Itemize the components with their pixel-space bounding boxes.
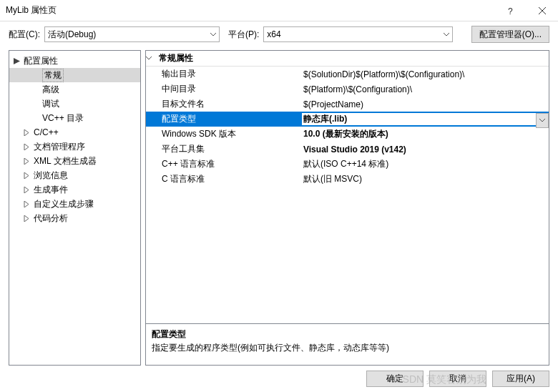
property-row[interactable]: 目标文件名$(ProjectName) bbox=[146, 97, 549, 112]
property-value[interactable]: 10.0 (最新安装的版本) bbox=[302, 128, 549, 140]
expand-icon[interactable] bbox=[24, 201, 32, 207]
main-area: 配置属性 常规高级调试VC++ 目录C/C++文档管理程序XML 文档生成器浏览… bbox=[0, 47, 558, 366]
property-name: Windows SDK 版本 bbox=[146, 128, 302, 140]
expand-icon[interactable] bbox=[24, 172, 32, 179]
property-name: 输出目录 bbox=[146, 68, 302, 80]
tree-root[interactable]: 配置属性 bbox=[9, 54, 140, 68]
config-manager-button[interactable]: 配置管理器(O)... bbox=[471, 26, 549, 43]
platform-label: 平台(P): bbox=[228, 29, 259, 41]
tree-item[interactable]: 自定义生成步骤 bbox=[9, 197, 140, 211]
property-name: 平台工具集 bbox=[146, 143, 302, 155]
config-label: 配置(C): bbox=[9, 29, 40, 41]
expand-icon[interactable] bbox=[24, 144, 32, 150]
property-row[interactable]: 配置类型静态库(.lib) bbox=[146, 112, 549, 127]
collapse-icon[interactable] bbox=[14, 58, 22, 64]
chevron-down-icon bbox=[210, 33, 216, 36]
tree-item[interactable]: 调试 bbox=[9, 97, 140, 111]
config-combo[interactable]: 活动(Debug) bbox=[44, 26, 220, 42]
titlebar: MyLib 属性页 ? bbox=[0, 0, 558, 21]
footer: 确定 取消 应用(A) CSDN 莫笑容别为我 bbox=[0, 366, 558, 391]
property-value[interactable]: $(SolutionDir)$(Platform)\$(Configuratio… bbox=[302, 69, 549, 79]
apply-button[interactable]: 应用(A) bbox=[492, 371, 549, 387]
ok-button[interactable]: 确定 bbox=[366, 371, 424, 387]
tree-item-label: XML 文档生成器 bbox=[34, 155, 97, 167]
property-row[interactable]: C 语言标准默认(旧 MSVC) bbox=[146, 172, 549, 187]
tree-item[interactable]: 文档管理程序 bbox=[9, 139, 140, 154]
tree-item[interactable]: C/C++ bbox=[9, 125, 140, 139]
property-name: C 语言标准 bbox=[146, 173, 302, 185]
description-panel: 配置类型 指定要生成的程序类型(例如可执行文件、静态库，动态库等等) bbox=[146, 323, 549, 365]
property-row[interactable]: C++ 语言标准默认(ISO C++14 标准) bbox=[146, 157, 549, 172]
window-title: MyLib 属性页 bbox=[6, 4, 494, 16]
tree-item[interactable]: 生成事件 bbox=[9, 182, 140, 197]
property-row[interactable]: 输出目录$(SolutionDir)$(Platform)\$(Configur… bbox=[146, 67, 549, 82]
property-grid[interactable]: 常规属性 输出目录$(SolutionDir)$(Platform)\$(Con… bbox=[146, 51, 549, 323]
property-name: 目标文件名 bbox=[146, 98, 302, 110]
tree-item[interactable]: XML 文档生成器 bbox=[9, 154, 140, 168]
svg-text:?: ? bbox=[508, 6, 513, 16]
description-title: 配置类型 bbox=[152, 328, 543, 340]
expand-icon[interactable] bbox=[24, 158, 32, 165]
property-value[interactable]: 静态库(.lib) bbox=[302, 113, 549, 125]
grid-category-header[interactable]: 常规属性 bbox=[146, 51, 549, 67]
tree-item-label: 生成事件 bbox=[34, 184, 68, 196]
property-value[interactable]: 默认(ISO C++14 标准) bbox=[302, 158, 549, 170]
platform-value: x64 bbox=[267, 29, 280, 39]
property-value[interactable]: Visual Studio 2019 (v142) bbox=[302, 144, 549, 155]
property-name: 配置类型 bbox=[146, 113, 302, 125]
property-name: 中间目录 bbox=[146, 83, 302, 95]
tree-item-label: 浏览信息 bbox=[34, 170, 68, 182]
property-row[interactable]: Windows SDK 版本10.0 (最新安装的版本) bbox=[146, 127, 549, 142]
property-row[interactable]: 中间目录$(Platform)\$(Configuration)\ bbox=[146, 82, 549, 97]
close-icon bbox=[539, 7, 546, 14]
config-value: 活动(Debug) bbox=[48, 29, 96, 41]
property-name: C++ 语言标准 bbox=[146, 158, 302, 170]
tree-item-label: 文档管理程序 bbox=[34, 141, 85, 153]
chevron-down-icon bbox=[444, 33, 449, 36]
tree-view[interactable]: 配置属性 常规高级调试VC++ 目录C/C++文档管理程序XML 文档生成器浏览… bbox=[9, 50, 141, 366]
property-value[interactable]: $(ProjectName) bbox=[302, 99, 549, 109]
help-button[interactable]: ? bbox=[494, 0, 526, 21]
expand-icon[interactable] bbox=[24, 129, 32, 136]
expand-icon[interactable] bbox=[24, 215, 32, 222]
property-row[interactable]: 平台工具集Visual Studio 2019 (v142) bbox=[146, 142, 549, 157]
help-icon: ? bbox=[506, 6, 514, 16]
tree-item-label: 调试 bbox=[42, 98, 59, 110]
tree-item-label: 高级 bbox=[42, 84, 59, 96]
tree-item-label: 常规 bbox=[42, 69, 64, 82]
close-button[interactable] bbox=[526, 0, 558, 21]
platform-combo[interactable]: x64 bbox=[263, 26, 453, 42]
tree-item[interactable]: 常规 bbox=[9, 68, 140, 82]
tree-item[interactable]: 代码分析 bbox=[9, 211, 140, 225]
dropdown-button[interactable] bbox=[536, 113, 549, 128]
property-value[interactable]: 默认(旧 MSVC) bbox=[302, 173, 549, 185]
tree-item[interactable]: 高级 bbox=[9, 82, 140, 97]
tree-item-label: VC++ 目录 bbox=[42, 112, 84, 124]
description-text: 指定要生成的程序类型(例如可执行文件、静态库，动态库等等) bbox=[152, 342, 543, 354]
collapse-icon[interactable] bbox=[146, 57, 159, 60]
toolbar: 配置(C): 活动(Debug) 平台(P): x64 配置管理器(O)... bbox=[0, 21, 558, 47]
tree-item-label: 自定义生成步骤 bbox=[34, 198, 94, 210]
expand-icon[interactable] bbox=[24, 187, 32, 193]
tree-item[interactable]: VC++ 目录 bbox=[9, 111, 140, 125]
property-value[interactable]: $(Platform)\$(Configuration)\ bbox=[302, 84, 549, 94]
property-panel: 常规属性 输出目录$(SolutionDir)$(Platform)\$(Con… bbox=[145, 50, 549, 366]
tree-item-label: C/C++ bbox=[34, 127, 59, 137]
tree-item[interactable]: 浏览信息 bbox=[9, 168, 140, 182]
tree-item-label: 代码分析 bbox=[34, 212, 68, 225]
cancel-button[interactable]: 取消 bbox=[429, 371, 486, 387]
